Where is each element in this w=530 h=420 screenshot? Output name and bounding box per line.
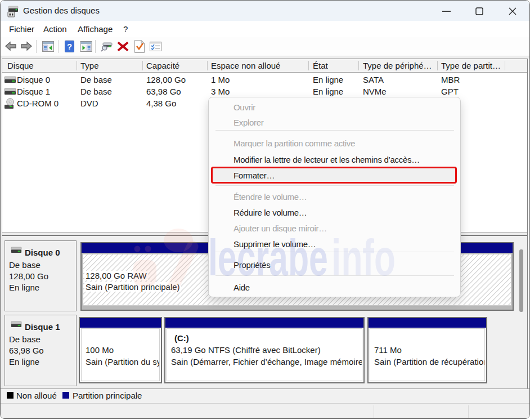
- svg-text:?: ?: [67, 42, 72, 51]
